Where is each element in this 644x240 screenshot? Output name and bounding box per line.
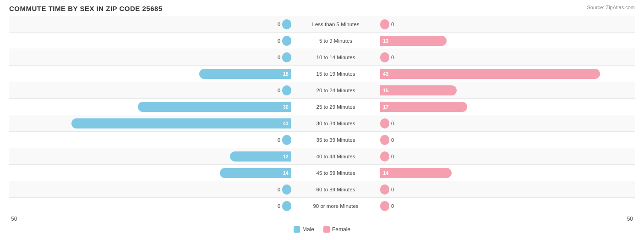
chart-area: 0Less than 5 Minutes005 to 9 Minutes1301… (9, 16, 635, 213)
chart-row: 1445 to 59 Minutes14 (9, 165, 635, 181)
male-bar-zero (282, 52, 291, 62)
legend-male-box (294, 226, 300, 233)
chart-container: COMMUTE TIME BY SEX IN ZIP CODE 25685 So… (0, 0, 644, 240)
chart-row: 1815 to 19 Minutes43 (9, 66, 635, 82)
right-section: 14 (378, 168, 644, 178)
chart-row: 0Less than 5 Minutes0 (9, 16, 635, 33)
right-section: 0 (378, 19, 644, 29)
axis-row: 50 50 (9, 213, 635, 224)
female-bar: 13 (380, 36, 447, 46)
row-label: 15 to 19 Minutes (293, 71, 378, 77)
row-label: 90 or more Minutes (293, 203, 378, 209)
female-bar-zero (380, 52, 389, 62)
right-section: 0 (378, 118, 644, 128)
male-value-zero: 0 (271, 55, 280, 60)
axis-left: 50 (9, 216, 289, 222)
female-value-zero: 0 (391, 154, 400, 159)
left-section: 0 (9, 85, 293, 95)
chart-row: 05 to 9 Minutes13 (9, 33, 635, 49)
male-value-zero: 0 (271, 187, 280, 192)
female-bar-zero (380, 184, 389, 195)
left-section: 30 (9, 102, 293, 112)
left-section: 43 (9, 118, 293, 128)
legend-male: Male (294, 226, 314, 233)
chart-row: 1240 to 44 Minutes0 (9, 148, 635, 165)
male-value-zero: 0 (271, 88, 280, 93)
legend-male-label: Male (302, 226, 314, 233)
female-bar: 43 (380, 69, 600, 79)
right-section: 0 (378, 184, 644, 195)
male-value-zero: 0 (271, 137, 280, 143)
female-bar: 15 (380, 85, 457, 95)
legend: Male Female (9, 226, 635, 233)
female-value-zero: 0 (391, 121, 400, 126)
chart-title: COMMUTE TIME BY SEX IN ZIP CODE 25685 (9, 5, 635, 12)
right-section: 0 (378, 52, 644, 62)
male-bar: 43 (71, 118, 291, 128)
left-section: 12 (9, 151, 293, 162)
chart-row: 020 to 24 Minutes15 (9, 82, 635, 99)
legend-female: Female (323, 226, 350, 233)
male-value-zero: 0 (271, 203, 280, 209)
row-label: 20 to 24 Minutes (293, 88, 378, 93)
right-section: 0 (378, 151, 644, 162)
row-label: 30 to 34 Minutes (293, 121, 378, 126)
male-bar-zero (282, 184, 291, 195)
right-section: 15 (378, 85, 644, 95)
row-label: 45 to 59 Minutes (293, 170, 378, 176)
left-section: 0 (9, 184, 293, 195)
right-section: 13 (378, 36, 644, 46)
chart-row: 035 to 39 Minutes0 (9, 132, 635, 148)
right-section: 0 (378, 201, 644, 211)
chart-row: 3025 to 29 Minutes17 (9, 99, 635, 115)
left-section: 0 (9, 19, 293, 29)
axis-right: 50 (373, 216, 635, 222)
male-bar-zero (282, 36, 291, 46)
male-bar: 30 (138, 102, 291, 112)
right-section: 17 (378, 102, 644, 112)
row-label: 40 to 44 Minutes (293, 154, 378, 159)
chart-row: 4330 to 34 Minutes0 (9, 115, 635, 132)
female-bar: 14 (380, 168, 452, 178)
left-section: 0 (9, 36, 293, 46)
row-label: 10 to 14 Minutes (293, 55, 378, 60)
male-bar: 14 (220, 168, 291, 178)
left-section: 0 (9, 52, 293, 62)
chart-row: 010 to 14 Minutes0 (9, 49, 635, 66)
male-bar-zero (282, 201, 291, 211)
left-section: 14 (9, 168, 293, 178)
male-bar-zero (282, 135, 291, 145)
female-bar-zero (380, 201, 389, 211)
male-bar-zero (282, 85, 291, 95)
legend-female-box (323, 226, 330, 233)
male-value-zero: 0 (271, 22, 280, 27)
row-label: Less than 5 Minutes (293, 22, 378, 27)
chart-row: 090 or more Minutes0 (9, 198, 635, 214)
male-bar: 12 (230, 151, 291, 162)
right-section: 0 (378, 135, 644, 145)
left-section: 18 (9, 69, 293, 79)
male-value-zero: 0 (271, 38, 280, 44)
female-bar-zero (380, 135, 389, 145)
female-bar-zero (380, 118, 389, 128)
row-label: 60 to 89 Minutes (293, 187, 378, 192)
chart-row: 060 to 89 Minutes0 (9, 181, 635, 198)
row-label: 25 to 29 Minutes (293, 104, 378, 110)
left-section: 0 (9, 201, 293, 211)
female-value-zero: 0 (391, 187, 400, 192)
source-label: Source: ZipAtlas.com (587, 5, 635, 10)
left-section: 0 (9, 135, 293, 145)
female-bar-zero (380, 151, 389, 162)
male-bar: 18 (199, 69, 291, 79)
female-value-zero: 0 (391, 203, 400, 209)
female-value-zero: 0 (391, 22, 400, 27)
right-section: 43 (378, 69, 644, 79)
row-label: 5 to 9 Minutes (293, 38, 378, 44)
female-bar-zero (380, 19, 389, 29)
row-label: 35 to 39 Minutes (293, 137, 378, 143)
female-value-zero: 0 (391, 55, 400, 60)
female-value-zero: 0 (391, 137, 400, 143)
female-bar: 17 (380, 102, 467, 112)
male-bar-zero (282, 19, 291, 29)
legend-female-label: Female (332, 226, 350, 233)
